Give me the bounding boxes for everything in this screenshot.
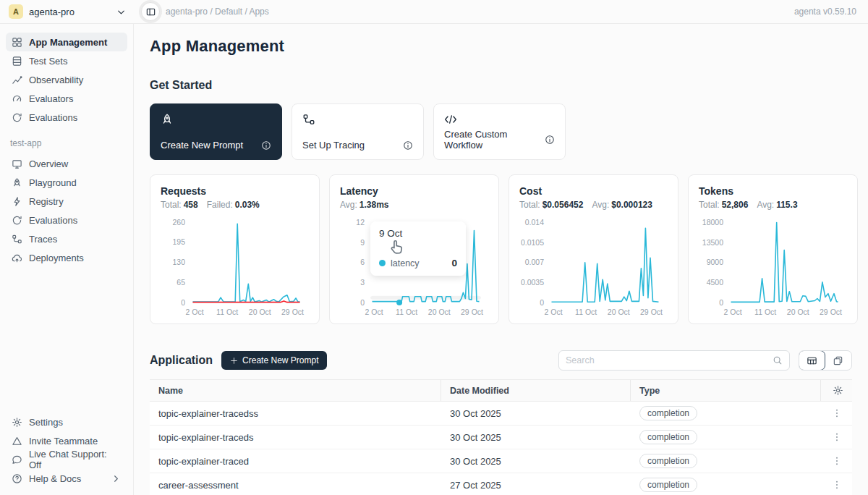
search-input[interactable] <box>566 355 773 365</box>
table-view-button[interactable] <box>799 350 825 371</box>
requests-chart-card: Requests Total:458 Failed:0.03% 06513019… <box>150 174 320 324</box>
row-menu-button[interactable] <box>830 430 844 444</box>
sidebar-item-label: Registry <box>29 196 64 207</box>
svg-text:18000: 18000 <box>702 218 723 227</box>
svg-text:0.014: 0.014 <box>525 218 544 227</box>
create-new-prompt-button[interactable]: Create New Prompt <box>221 351 327 370</box>
stat: Avg:115.3 <box>757 200 797 210</box>
sidebar-item-app-evaluations[interactable]: Evaluations <box>6 211 127 229</box>
card-view-icon <box>833 355 843 366</box>
sidebar-item-label: Deployments <box>29 253 84 263</box>
svg-text:2 Oct: 2 Oct <box>544 308 562 316</box>
sidebar-item-invite-teammate[interactable]: Invite Teammate <box>6 431 127 450</box>
svg-text:20 Oct: 20 Oct <box>428 308 451 316</box>
app-name: topic-explainer-traceds <box>150 432 441 443</box>
svg-text:11 Oct: 11 Oct <box>754 308 776 316</box>
sidebar-item-test-sets[interactable]: Test Sets <box>6 51 127 70</box>
tooltip-series-label: latency <box>391 258 420 268</box>
latency-chart-card: Latency Avg:1.38ms 0369122 Oct11 Oct20 O… <box>329 174 499 324</box>
create-custom-workflow-card[interactable]: Create Custom Workflow <box>433 103 566 160</box>
sidebar-item-deployments[interactable]: Deployments <box>6 248 127 267</box>
sidebar-item-traces[interactable]: Traces <box>6 229 127 248</box>
chevron-right-icon <box>111 473 122 484</box>
svg-text:0.007: 0.007 <box>525 258 544 266</box>
svg-text:12: 12 <box>356 218 365 227</box>
sidebar-item-evaluations[interactable]: Evaluations <box>6 108 127 127</box>
svg-text:6: 6 <box>360 258 365 266</box>
evaluations-icon <box>12 112 22 123</box>
stat: Total:52,806 <box>699 200 748 210</box>
rocket-icon <box>12 177 22 188</box>
svg-text:65: 65 <box>176 278 185 287</box>
table-row[interactable]: career-assessment 27 Oct 2025 completion <box>150 473 852 495</box>
info-icon[interactable] <box>545 135 555 145</box>
set-up-tracing-card[interactable]: Set Up Tracing <box>292 103 424 160</box>
row-menu-button[interactable] <box>830 406 844 420</box>
table-row[interactable]: topic-explainer-traced 30 Oct 2025 compl… <box>150 449 852 473</box>
svg-text:11 Oct: 11 Oct <box>216 308 238 316</box>
info-icon[interactable] <box>261 140 271 151</box>
evaluators-icon <box>12 93 22 104</box>
page-title: App Management <box>150 37 852 56</box>
sidebar-item-overview[interactable]: Overview <box>6 154 127 173</box>
type-badge: completion <box>639 406 697 420</box>
svg-text:29 Oct: 29 Oct <box>820 308 842 316</box>
kebab-menu-icon <box>832 456 842 466</box>
sidebar-item-label: Observability <box>29 75 83 85</box>
sidebar-item-label: Settings <box>29 417 63 428</box>
search-icon[interactable] <box>773 355 783 365</box>
sidebar-collapse-button[interactable] <box>141 2 160 21</box>
applications-table: Name Date Modified Type topic-explainer-… <box>150 379 852 495</box>
card-view-button[interactable] <box>825 351 851 370</box>
sidebar-item-observability[interactable]: Observability <box>6 70 127 89</box>
sidebar-item-registry[interactable]: Registry <box>6 192 127 211</box>
svg-text:11 Oct: 11 Oct <box>575 308 597 316</box>
sidebar-item-label: Evaluations <box>29 112 77 123</box>
workspace-selector[interactable]: A agenta-pro <box>0 0 134 23</box>
metrics-charts: Requests Total:458 Failed:0.03% 06513019… <box>150 174 852 324</box>
svg-text:0: 0 <box>719 298 723 307</box>
row-menu-button[interactable] <box>830 454 844 468</box>
create-new-prompt-card[interactable]: Create New Prompt <box>150 103 282 160</box>
sidebar-item-label: Traces <box>29 234 57 245</box>
sidebar-item-evaluators[interactable]: Evaluators <box>6 89 127 108</box>
sidebar-item-playground[interactable]: Playground <box>6 173 127 192</box>
sidebar-item-app-management[interactable]: App Management <box>6 33 127 51</box>
chart-title: Tokens <box>699 185 847 197</box>
breadcrumb[interactable]: agenta-pro / Default / Apps <box>166 7 269 17</box>
topbar: A agenta-pro agenta-pro / Default / Apps… <box>0 0 868 24</box>
info-icon[interactable] <box>403 140 413 151</box>
observability-icon <box>12 75 22 85</box>
table-row[interactable]: topic-explainer-traceds 30 Oct 2025 comp… <box>150 426 852 449</box>
cloud-icon <box>12 253 22 263</box>
chat-bubble-icon <box>12 454 22 465</box>
grid-icon <box>12 37 22 48</box>
type-badge: completion <box>639 478 697 492</box>
sidebar-item-live-chat[interactable]: Live Chat Support: Off <box>6 450 127 469</box>
sidebar-item-label: Help & Docs <box>29 473 81 484</box>
invite-teammate-icon <box>12 436 22 447</box>
sidebar-group-test-app: test-app <box>6 127 127 154</box>
card-label: Set Up Tracing <box>302 140 365 151</box>
kebab-menu-icon <box>832 408 842 418</box>
svg-text:20 Oct: 20 Oct <box>608 308 630 316</box>
sidebar-item-label: Evaluations <box>29 215 77 226</box>
requests-line-chart: 0651301952602 Oct11 Oct20 Oct29 Oct <box>161 211 309 323</box>
svg-text:29 Oct: 29 Oct <box>461 308 483 316</box>
stat: Total:458 <box>161 200 198 210</box>
sidebar-item-settings[interactable]: Settings <box>6 412 127 431</box>
table-row[interactable]: topic-explainer-tracedss 30 Oct 2025 com… <box>150 402 852 426</box>
svg-text:29 Oct: 29 Oct <box>281 308 304 316</box>
sidebar-item-label: Overview <box>29 158 68 169</box>
sidebar-item-help-docs[interactable]: Help & Docs <box>6 469 127 488</box>
svg-text:20 Oct: 20 Oct <box>249 308 271 316</box>
plus-icon <box>230 357 238 365</box>
rocket-icon <box>161 113 174 126</box>
get-started-cards: Create New Prompt Set Up Tracing Create … <box>150 103 852 160</box>
row-menu-button[interactable] <box>830 478 844 492</box>
svg-text:11 Oct: 11 Oct <box>396 308 417 316</box>
panel-icon <box>145 7 156 17</box>
gear-icon[interactable] <box>833 385 843 396</box>
svg-text:4500: 4500 <box>707 278 724 287</box>
view-toggle <box>799 350 852 371</box>
